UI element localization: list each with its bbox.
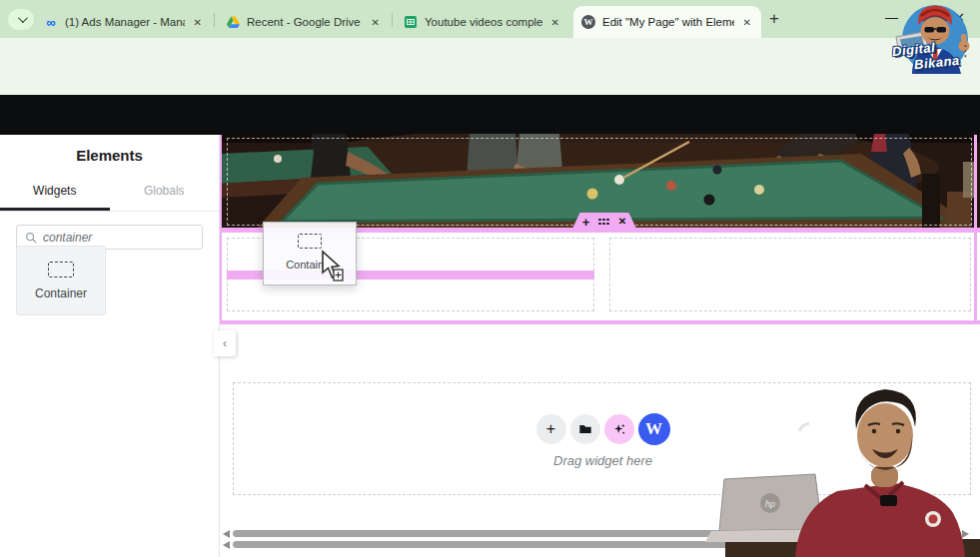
svg-text:hp: hp	[765, 499, 775, 509]
delete-section-icon[interactable]: ✕	[618, 217, 626, 227]
tab-title: (1) Ads Manager - Manage ads	[65, 16, 185, 28]
chevron-down-icon	[17, 13, 27, 23]
tab-widgets[interactable]: Widgets	[0, 176, 110, 211]
drag-section-icon[interactable]	[598, 219, 608, 225]
container-widget-icon	[298, 234, 322, 249]
tab-close-icon[interactable]: ✕	[549, 15, 561, 30]
tab-globals[interactable]: Globals	[110, 176, 220, 211]
widget-label: Container	[35, 286, 87, 300]
tab-search-button[interactable]	[8, 9, 34, 30]
browser-tab-strip: ∞ (1) Ads Manager - Manage ads ✕ Recent …	[0, 0, 980, 38]
browser-tab-ads-manager[interactable]: ∞ (1) Ads Manager - Manage ads ✕	[36, 6, 212, 38]
tab-close-icon[interactable]: ✕	[370, 15, 382, 30]
wordpress-widgets-button[interactable]: W	[638, 413, 670, 445]
meta-icon: ∞	[44, 15, 58, 29]
scroll-left-arrow[interactable]	[223, 541, 230, 549]
section-handle[interactable]: + ✕	[571, 213, 637, 231]
tab-title: Recent - Google Drive	[247, 16, 363, 28]
presenter-webcam-overlay: hp	[699, 379, 980, 557]
add-container-button[interactable]: +	[536, 414, 566, 444]
elements-panel: Elements Widgets Globals Container	[0, 135, 220, 557]
tab-title: Youtube videos complete topic	[425, 16, 542, 28]
folder-icon	[578, 422, 592, 436]
ai-sparkles-icon	[612, 422, 626, 436]
tab-close-icon[interactable]: ✕	[741, 15, 753, 30]
screen: ∞ (1) Ads Manager - Manage ads ✕ Recent …	[0, 0, 980, 557]
google-drive-icon	[226, 15, 240, 29]
widget-card-container[interactable]: Container	[16, 246, 106, 315]
new-tab-button[interactable]: +	[769, 9, 779, 29]
tab-separator	[392, 13, 393, 27]
search-input[interactable]	[43, 231, 173, 245]
ai-builder-button[interactable]	[604, 414, 634, 444]
scroll-left-arrow[interactable]	[223, 530, 230, 538]
bookmarks-bar	[0, 72, 980, 95]
panel-collapse-button[interactable]: ‹	[214, 330, 236, 356]
browser-tab-sheets[interactable]: Youtube videos complete topic ✕	[396, 6, 569, 38]
tab-close-icon[interactable]: ✕	[192, 15, 204, 30]
google-sheets-icon	[404, 15, 418, 29]
browser-tab-elementor-active[interactable]: W Edit "My Page" with Elementor ✕	[573, 6, 761, 38]
tab-title: Edit "My Page" with Elementor	[602, 16, 734, 28]
browser-tab-google-drive[interactable]: Recent - Google Drive ✕	[218, 6, 390, 38]
section-border-bottom	[220, 320, 980, 324]
browser-toolbar: ← → ↻ startupsabha.com/wp-admin/post.php…	[0, 38, 980, 72]
panel-title: Elements	[0, 147, 219, 164]
container-widget-icon	[48, 262, 74, 278]
tab-separator	[214, 13, 215, 27]
browser-menu-icon[interactable]: ⋮	[958, 42, 973, 60]
flex-container-right[interactable]	[609, 238, 971, 311]
template-library-button[interactable]	[570, 414, 600, 444]
add-section-icon[interactable]: +	[582, 216, 590, 229]
elementor-top-bar: + My Page (Draft)	[0, 95, 980, 135]
panel-tabs: Widgets Globals	[0, 176, 219, 212]
search-icon	[25, 232, 37, 244]
wordpress-icon: W	[581, 15, 595, 29]
mouse-cursor	[320, 250, 346, 281]
